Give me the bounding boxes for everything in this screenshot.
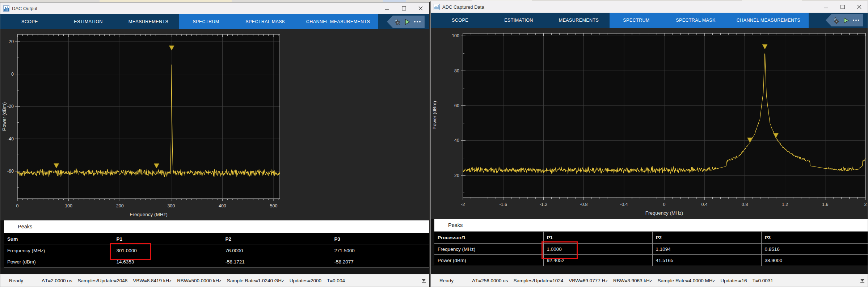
panel-gap (0, 267, 429, 274)
svg-text:1.2: 1.2 (782, 202, 788, 207)
status-updates: Updates=2000 (290, 278, 321, 283)
status-sample-rate: Sample Rate=4.0000 MHz (658, 278, 715, 283)
more-options-button[interactable] (414, 21, 421, 23)
tab-scope[interactable]: SCOPE (431, 13, 489, 28)
status-samples-update: Samples/Update=1024 (513, 278, 563, 283)
tab-spectrum[interactable]: SPECTRUM (179, 14, 233, 29)
step-settings-button[interactable] (833, 17, 840, 24)
p3-power-value: 38.9000 (761, 255, 868, 266)
spectrum-plot[interactable]: 0100200300400500-60-40-20020Frequency (M… (0, 29, 429, 220)
p2-power-value: -58.1721 (222, 256, 331, 267)
p3-frequency-value: 271.5000 (331, 245, 429, 256)
table-row-frequency: Frequency (MHz) 1.0000 1.1094 0.8516 (434, 244, 868, 255)
p1-frequency-value: 301.0000 (113, 245, 222, 256)
peaks-panel: Peaks Processor/1 P1 P2 P3 Frequency (MH… (431, 219, 868, 266)
maximize-icon (840, 5, 845, 9)
svg-text:0.8: 0.8 (742, 202, 748, 207)
peaks-col-p2: P2 (652, 232, 761, 244)
svg-text:100: 100 (65, 203, 72, 208)
svg-text:80: 80 (454, 68, 459, 73)
window-title: DAC Output (12, 6, 37, 11)
titlebar[interactable]: DAC Output (0, 3, 429, 14)
run-controls (826, 14, 863, 26)
peaks-col-source: Processor/1 (434, 232, 543, 244)
status-rbw: RBW=500.0000 kHz (177, 278, 222, 283)
maximize-button[interactable] (396, 3, 412, 14)
svg-text:20: 20 (454, 173, 459, 178)
status-vbw: VBW=8.8419 kHz (133, 278, 172, 283)
minimize-button[interactable] (818, 1, 834, 13)
trigger-marker-icon (421, 279, 426, 283)
titlebar[interactable]: ADC Captured Data (431, 1, 868, 13)
status-ready: Ready (439, 278, 472, 283)
close-button[interactable] (412, 3, 429, 14)
close-icon (857, 5, 861, 9)
status-updates: Updates=16 (720, 278, 747, 283)
play-icon (843, 17, 849, 24)
tab-spectral-mask[interactable]: SPECTRAL MASK (233, 14, 298, 29)
svg-text:-2: -2 (461, 202, 465, 207)
table-row-power: Power (dBm) 14.6353 -58.1721 -58.2077 (4, 256, 429, 267)
maximize-button[interactable] (834, 1, 851, 13)
svg-text:Power (dBm): Power (dBm) (1, 102, 7, 131)
minimize-icon (385, 6, 389, 10)
p1-frequency-value: 1.0000 (543, 244, 652, 255)
toolstrip-spacer (809, 13, 826, 28)
step-settings-button[interactable] (394, 18, 401, 25)
status-rbw: RBW=3.9063 kHz (613, 278, 652, 283)
svg-text:400: 400 (219, 203, 226, 208)
status-delta-t: ΔT=256.0000 us (472, 278, 508, 283)
minimize-button[interactable] (379, 3, 396, 14)
svg-text:0: 0 (11, 72, 14, 77)
status-vbw: VBW=69.0777 Hz (569, 278, 608, 283)
peaks-table-header-row: Sum P1 P2 P3 (4, 233, 429, 245)
row-label: Frequency (MHz) (434, 244, 543, 255)
tab-estimation[interactable]: ESTIMATION (59, 14, 118, 29)
tab-spectral-mask[interactable]: SPECTRAL MASK (663, 13, 728, 28)
step-settings-icon (394, 18, 401, 25)
window-title: ADC Captured Data (442, 4, 484, 10)
svg-text:-20: -20 (7, 104, 14, 109)
peaks-col-p3: P3 (761, 232, 868, 244)
status-time: T=0.0031 (752, 278, 773, 283)
run-button[interactable] (843, 17, 849, 24)
p3-frequency-value: 0.8516 (761, 244, 868, 255)
run-button[interactable] (404, 19, 410, 25)
toolstrip-spacer (378, 14, 387, 29)
status-bar: Ready ΔT=256.0000 us Samples/Update=1024… (431, 274, 868, 287)
trigger-marker-icon (860, 279, 865, 283)
tab-spectrum[interactable]: SPECTRUM (610, 13, 663, 28)
svg-text:-0.4: -0.4 (620, 202, 628, 207)
more-options-button[interactable] (852, 19, 860, 21)
tab-channel-measurements[interactable]: CHANNEL MEASUREMENTS (298, 14, 378, 29)
tab-estimation[interactable]: ESTIMATION (489, 13, 548, 28)
peaks-panel-title: Peaks (434, 219, 868, 231)
maximize-icon (402, 6, 406, 10)
ellipsis-icon (852, 19, 860, 21)
svg-text:200: 200 (116, 203, 124, 208)
tab-measurements[interactable]: MEASUREMENTS (548, 13, 610, 28)
tab-measurements[interactable]: MEASUREMENTS (118, 14, 179, 29)
svg-text:-60: -60 (7, 169, 14, 174)
tab-channel-measurements[interactable]: CHANNEL MEASUREMENTS (728, 13, 809, 28)
status-ready: Ready (9, 278, 42, 283)
peaks-col-p1: P1 (113, 233, 222, 245)
svg-text:Power (dBm): Power (dBm) (432, 101, 437, 130)
table-row-frequency: Frequency (MHz) 301.0000 76.0000 271.500… (4, 245, 429, 256)
svg-text:20: 20 (9, 39, 14, 44)
status-sample-rate: Sample Rate=1.0240 GHz (227, 278, 284, 283)
step-settings-icon (833, 17, 840, 24)
peaks-col-p1: P1 (543, 232, 652, 244)
window-adc-captured-data: ADC Captured Data SCOPE ESTIMATION MEASU… (430, 1, 868, 287)
spectrum-analyzer-app-icon (434, 4, 440, 10)
svg-text:-1.6: -1.6 (499, 202, 507, 207)
toolstrip: SCOPE ESTIMATION MEASUREMENTS SPECTRUM S… (431, 13, 868, 28)
row-label: Power (dBm) (434, 255, 543, 266)
svg-text:-0.8: -0.8 (580, 202, 588, 207)
peaks-table-header-row: Processor/1 P1 P2 P3 (434, 232, 868, 244)
close-button[interactable] (851, 1, 868, 13)
svg-text:500: 500 (270, 203, 278, 208)
peaks-table: Processor/1 P1 P2 P3 Frequency (MHz) 1.0… (434, 231, 868, 266)
tab-scope[interactable]: SCOPE (0, 14, 59, 29)
spectrum-plot[interactable]: -2-1.6-1.2-0.8-0.400.40.81.21.6220406080… (431, 28, 868, 219)
